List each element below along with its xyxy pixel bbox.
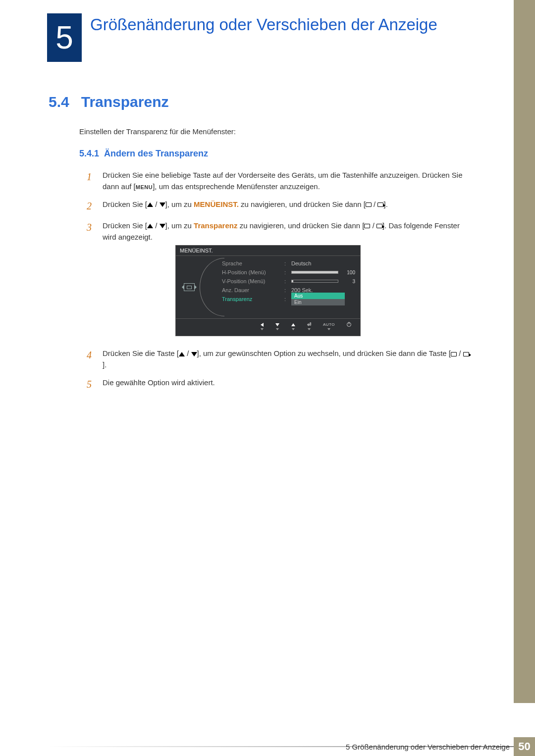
footer-chapter-text: 5 Größenänderung oder Verschieben der An… bbox=[346, 743, 510, 751]
subsection-number: 5.4.1 bbox=[79, 149, 99, 159]
osd-up-icon bbox=[291, 322, 295, 330]
osd-slider bbox=[291, 271, 338, 274]
section-title: Transparenz bbox=[81, 94, 169, 110]
step-2: 2 Drücken Sie [ / ], um zu MENÜEINST. zu… bbox=[87, 199, 469, 214]
osd-enter-icon: ⏎ bbox=[307, 322, 311, 330]
document-page: 5 Größenänderung oder Verschieben der An… bbox=[0, 0, 535, 756]
osd-back-icon bbox=[261, 322, 264, 330]
triangle-up-icon bbox=[147, 202, 153, 207]
triangle-up-icon bbox=[147, 224, 153, 228]
osd-option-selected: Aus bbox=[291, 293, 345, 299]
step-number: 4 bbox=[87, 348, 96, 371]
enter-icon bbox=[377, 202, 383, 207]
chapter-title: Größenänderung oder Verschieben der Anze… bbox=[90, 15, 467, 35]
source-icon bbox=[364, 224, 370, 228]
osd-body: Sprache : Deutsch H-Position (Menü) : 10… bbox=[176, 256, 360, 318]
step-text: Drücken Sie eine beliebige Taste auf der… bbox=[103, 169, 469, 193]
section-intro: Einstellen der Transparenz für die Menüf… bbox=[79, 127, 236, 136]
osd-auto-icon: AUTO bbox=[323, 322, 335, 330]
osd-category-icon-area bbox=[176, 256, 202, 318]
chapter-tab: 5 bbox=[47, 13, 82, 62]
step-number: 1 bbox=[87, 169, 96, 193]
step-text: Die gewählte Option wird aktiviert. bbox=[103, 377, 469, 392]
osd-footer-buttons: ⏎ AUTO bbox=[176, 318, 360, 333]
source-icon bbox=[451, 352, 457, 356]
osd-settings-list: Sprache : Deutsch H-Position (Menü) : 10… bbox=[202, 256, 360, 318]
osd-row-transparency: Transparenz : Aus Ein bbox=[222, 295, 355, 303]
page-footer: 5 Größenänderung oder Verschieben der An… bbox=[0, 737, 535, 756]
triangle-down-icon bbox=[191, 352, 197, 356]
enter-icon bbox=[463, 352, 469, 356]
nav-target: MENÜEINST. bbox=[194, 200, 239, 208]
osd-row-language: Sprache : Deutsch bbox=[222, 259, 355, 268]
step-5: 5 Die gewählte Option wird aktiviert. bbox=[87, 377, 469, 392]
subsection-title: Ändern des Transparenz bbox=[104, 149, 208, 159]
step-text: Drücken Sie [ / ], um zu Transparenz zu … bbox=[103, 220, 469, 243]
step-number: 5 bbox=[87, 377, 96, 392]
step-text: Drücken Sie die Taste [ / ], um zur gewü… bbox=[103, 348, 469, 371]
osd-row-vposition: V-Position (Menü) : 3 bbox=[222, 277, 355, 286]
step-1: 1 Drücken Sie eine beliebige Taste auf d… bbox=[87, 169, 469, 193]
osd-title: MENÜEINST. bbox=[176, 246, 360, 256]
osd-down-icon bbox=[275, 322, 279, 330]
source-icon bbox=[366, 202, 372, 207]
step-text: Drücken Sie [ / ], um zu MENÜEINST. zu n… bbox=[103, 199, 469, 214]
step-number: 3 bbox=[87, 220, 96, 243]
osd-power-icon bbox=[347, 322, 351, 330]
step-3: 3 Drücken Sie [ / ], um zu Transparenz z… bbox=[87, 220, 469, 243]
triangle-up-icon bbox=[179, 352, 185, 356]
chapter-number: 5 bbox=[55, 19, 73, 56]
osd-slider bbox=[291, 280, 338, 283]
osd-option: Ein bbox=[291, 299, 345, 305]
footer-page-number: 50 bbox=[514, 737, 535, 756]
section-heading: 5.4 Transparenz bbox=[49, 94, 168, 110]
step-number: 2 bbox=[87, 199, 96, 214]
enter-icon bbox=[376, 224, 382, 228]
triangle-down-icon bbox=[160, 202, 165, 207]
osd-row-hposition: H-Position (Menü) : 100 bbox=[222, 268, 355, 277]
triangle-down-icon bbox=[160, 224, 165, 228]
step-4: 4 Drücken Sie die Taste [ / ], um zur ge… bbox=[87, 348, 469, 371]
side-stripe bbox=[514, 0, 535, 703]
osd-menu-screenshot: MENÜEINST. Sprache : Deutsch H-Position … bbox=[175, 245, 361, 336]
osd-position-icon bbox=[184, 283, 195, 291]
menu-icon: MENU bbox=[136, 184, 153, 190]
nav-target: Transparenz bbox=[194, 221, 237, 230]
subsection-heading: 5.4.1 Ändern des Transparenz bbox=[79, 149, 208, 159]
osd-dropdown: Aus Ein bbox=[291, 293, 345, 305]
section-number: 5.4 bbox=[49, 94, 69, 110]
